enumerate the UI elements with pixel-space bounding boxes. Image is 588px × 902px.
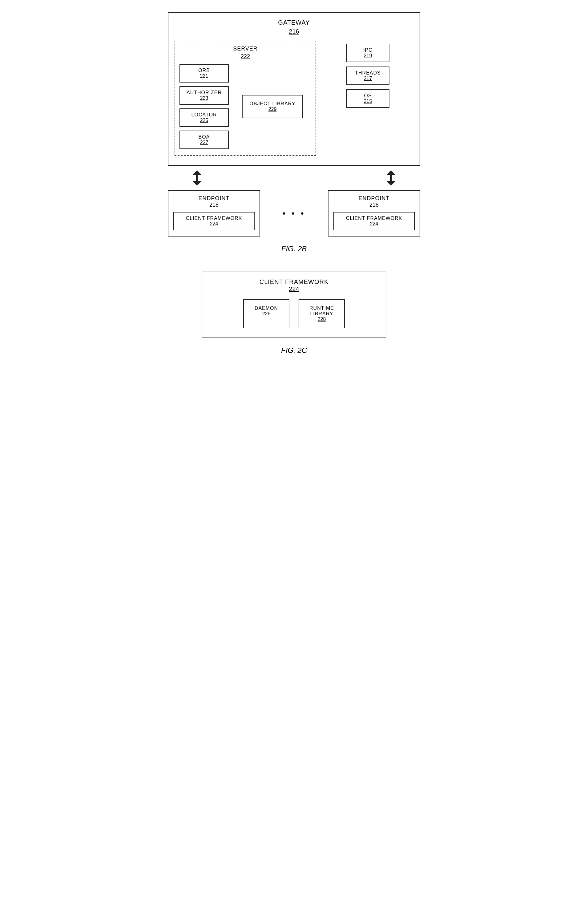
client-framework-right-number: 224 [338, 221, 410, 227]
client-framework-left-number: 224 [178, 221, 250, 227]
daemon-box: DAEMON 226 [243, 299, 289, 328]
orb-box: ORB 221 [180, 64, 229, 83]
ipc-label: IPC [351, 47, 385, 53]
arrows-row [168, 169, 420, 187]
svg-rect-4 [390, 175, 392, 181]
locator-label: LOCATOR [185, 112, 224, 117]
runtime-library-label: RUNTIME LIBRARY [306, 305, 338, 316]
double-arrow-left [192, 170, 202, 186]
os-label: OS [351, 93, 385, 99]
svg-marker-0 [192, 170, 202, 175]
threads-number: 217 [351, 76, 385, 81]
endpoint-left-number: 218 [173, 202, 255, 208]
threads-box: THREADS 217 [346, 67, 389, 85]
fig2c-caption: FIG. 2C [281, 346, 307, 355]
gateway-box: GATEWAY 216 SERVER 222 ORB 221 [168, 13, 420, 166]
server-box: SERVER 222 ORB 221 AUTHORIZER 223 [175, 41, 316, 156]
fig2c-diagram: CLIENT FRAMEWORK 224 DAEMON 226 RUNTIME … [162, 272, 426, 355]
authorizer-number: 223 [185, 96, 224, 101]
client-framework-left-box: CLIENT FRAMEWORK 224 [173, 212, 255, 230]
svg-marker-3 [386, 170, 396, 175]
object-library-label: OBJECT LIBRARY [249, 101, 295, 106]
daemon-number: 226 [250, 311, 282, 316]
os-number: 215 [351, 99, 385, 104]
cf-inner-row: DAEMON 226 RUNTIME LIBRARY 228 [210, 299, 378, 328]
orb-number: 221 [185, 73, 224, 79]
server-left-col: ORB 221 AUTHORIZER 223 LOCATOR 225 [180, 64, 229, 149]
client-framework-right-label: CLIENT FRAMEWORK [338, 216, 410, 221]
threads-label: THREADS [351, 70, 385, 76]
server-number: 222 [241, 53, 250, 60]
endpoint-right-number: 218 [333, 202, 415, 208]
locator-box: LOCATOR 225 [180, 108, 229, 127]
os-box: OS 215 [346, 89, 389, 108]
boa-number: 227 [185, 140, 224, 146]
cf-outer-number: 224 [210, 285, 378, 293]
server-right-col: OBJECT LIBRARY 229 [234, 64, 311, 149]
locator-number: 225 [185, 117, 224, 123]
endpoint-left-box: ENDPOINT 218 CLIENT FRAMEWORK 224 [168, 190, 260, 236]
endpoints-row: ENDPOINT 218 CLIENT FRAMEWORK 224 • • • … [168, 190, 420, 236]
gateway-right-col: IPC 219 THREADS 217 OS 215 [322, 41, 413, 108]
boa-label: BOA [185, 134, 224, 140]
authorizer-box: AUTHORIZER 223 [180, 86, 229, 105]
endpoint-left-label: ENDPOINT [173, 195, 255, 202]
authorizer-label: AUTHORIZER [185, 90, 224, 96]
gateway-label: GATEWAY [175, 19, 413, 26]
fig2b-caption: FIG. 2B [281, 244, 307, 253]
orb-label: ORB [185, 68, 224, 73]
boa-box: BOA 227 [180, 131, 229, 149]
object-library-number: 229 [249, 106, 295, 112]
fig2b-diagram: GATEWAY 216 SERVER 222 ORB 221 [162, 13, 426, 253]
svg-marker-5 [386, 181, 396, 186]
svg-marker-2 [192, 181, 202, 186]
client-framework-outer-box: CLIENT FRAMEWORK 224 DAEMON 226 RUNTIME … [202, 272, 386, 338]
client-framework-right-box: CLIENT FRAMEWORK 224 [333, 212, 415, 230]
object-library-box: OBJECT LIBRARY 229 [242, 95, 303, 118]
endpoint-right-box: ENDPOINT 218 CLIENT FRAMEWORK 224 [328, 190, 420, 236]
left-arrow [192, 170, 202, 186]
page: GATEWAY 216 SERVER 222 ORB 221 [162, 13, 426, 355]
ipc-number: 219 [351, 53, 385, 58]
double-arrow-right [386, 170, 396, 186]
svg-rect-1 [196, 175, 198, 181]
gateway-inner: SERVER 222 ORB 221 AUTHORIZER 223 [175, 41, 413, 156]
right-arrow [386, 170, 396, 186]
client-framework-left-label: CLIENT FRAMEWORK [178, 216, 250, 221]
cf-outer-label: CLIENT FRAMEWORK [210, 279, 378, 285]
server-content: ORB 221 AUTHORIZER 223 LOCATOR 225 [180, 64, 311, 149]
endpoint-right-label: ENDPOINT [333, 195, 415, 202]
runtime-library-box: RUNTIME LIBRARY 228 [299, 299, 345, 328]
gateway-number: 216 [175, 28, 413, 35]
runtime-library-number: 228 [306, 316, 338, 322]
dots: • • • [263, 208, 325, 218]
ipc-box: IPC 219 [346, 44, 389, 62]
server-label: SERVER [233, 45, 258, 52]
daemon-label: DAEMON [250, 305, 282, 311]
